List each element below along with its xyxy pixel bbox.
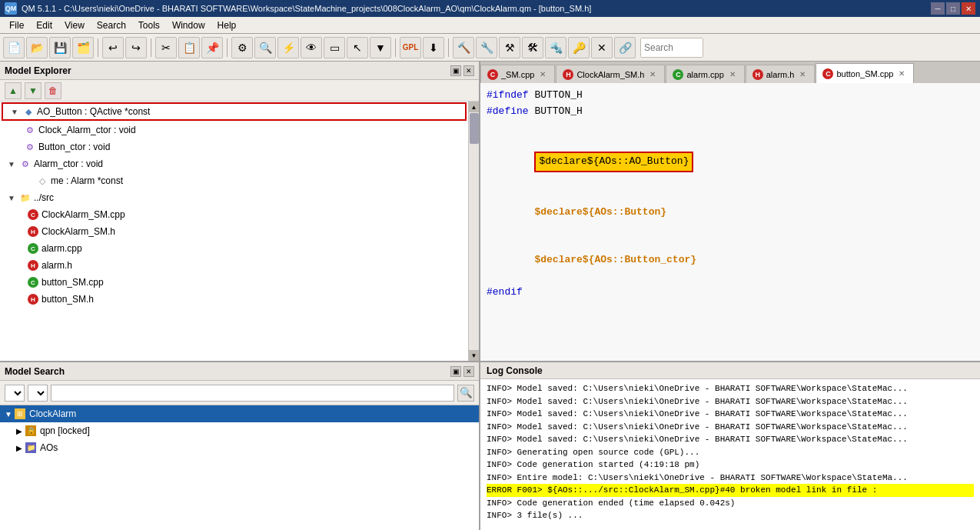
- window-title: QM 5.1.1 - C:\Users\nieki\OneDrive - BHA…: [22, 4, 926, 13]
- toolbar-search-group: [640, 38, 703, 58]
- toggle-src-folder[interactable]: ▼: [6, 192, 17, 203]
- model-explorer-panel: Model Explorer ▣ ✕ ▲ ▼ 🗑 ▼ ◆: [0, 62, 479, 361]
- expand-qpn[interactable]: ▶: [14, 425, 25, 436]
- tree-item-button-ctor[interactable]: ⚙ Button_ctor : void: [0, 138, 468, 155]
- tab-clockalarm-sm-h[interactable]: H ClockAlarm_SM.h ✕: [556, 65, 665, 83]
- toolbar-btn-5[interactable]: ⚙: [231, 37, 253, 58]
- icon-button-sm-cpp: C: [27, 276, 39, 288]
- tree-item-alarm-ctor[interactable]: ▼ ⚙ Alarm_ctor : void: [0, 155, 468, 172]
- toolbar-btn-17[interactable]: 🔩: [545, 37, 566, 58]
- tab-button-sm-h[interactable]: C button_SM.cpp ✕: [816, 63, 914, 83]
- label-button-sm-cpp: button_SM.cpp: [42, 277, 104, 288]
- close-search-button[interactable]: ✕: [463, 366, 474, 377]
- log-panel: Log Console INFO> Model saved: C:\Users\…: [480, 361, 980, 530]
- save-button[interactable]: 💾: [49, 37, 71, 58]
- search-type-dropdown[interactable]: [5, 385, 25, 402]
- delete-button[interactable]: 🗑: [45, 82, 61, 99]
- toolbar-btn-15[interactable]: ⚒: [499, 37, 520, 58]
- toolbar-btn-13[interactable]: 🔨: [453, 37, 474, 58]
- menu-edit[interactable]: Edit: [30, 17, 58, 33]
- save-all-button[interactable]: 🗂️: [72, 37, 94, 58]
- tab-alarm-cpp[interactable]: C alarm.cpp ✕: [666, 65, 744, 83]
- tab-alarm-h[interactable]: H alarm.h ✕: [746, 65, 816, 83]
- label-ao-button: AO_Button : QActive *const: [37, 106, 150, 117]
- tree-item-alarm-cpp[interactable]: C alarm.cpp: [0, 240, 468, 257]
- maximize-button[interactable]: □: [946, 2, 960, 15]
- float-search-button[interactable]: ▣: [450, 366, 461, 377]
- toolbar-btn-11[interactable]: ▼: [370, 37, 391, 58]
- tab-close-alarm-cpp[interactable]: ✕: [727, 69, 738, 80]
- expand-clockalarm[interactable]: ▼: [3, 408, 14, 419]
- tree-item-clockalarm-ctor[interactable]: ⚙ Clock_Alarm_ctor : void: [0, 122, 468, 138]
- copy-button[interactable]: 📋: [178, 37, 200, 58]
- toolbar-btn-9[interactable]: ▭: [324, 37, 345, 58]
- toolbar-btn-12[interactable]: ⬇: [423, 37, 444, 58]
- close-explorer-button[interactable]: ✕: [463, 65, 474, 76]
- tree-item-src-folder[interactable]: ▼ 📁 ../src: [0, 189, 468, 206]
- toolbar-btn-10[interactable]: ↖: [347, 37, 368, 58]
- code-line-1: #ifndef BUTTON_H: [487, 88, 974, 104]
- add-up-button[interactable]: ▲: [5, 82, 22, 99]
- search-input[interactable]: [51, 385, 454, 402]
- close-button[interactable]: ✕: [962, 2, 975, 15]
- scroll-down[interactable]: ▼: [469, 350, 479, 361]
- toolbar-btn-18[interactable]: 🔑: [568, 37, 590, 58]
- code-editor[interactable]: #ifndef BUTTON_H #define BUTTON_H $decla…: [480, 83, 980, 361]
- search-result-qpn[interactable]: ▶ 🔒 qpn [locked]: [0, 422, 479, 439]
- minimize-button[interactable]: ─: [931, 2, 945, 15]
- tree-item-ao-button[interactable]: ▼ ◆ AO_Button : QActive *const: [2, 102, 467, 121]
- float-button[interactable]: ▣: [450, 65, 461, 76]
- tree-item-me-alarm[interactable]: ◇ me : Alarm *const: [0, 172, 468, 189]
- scroll-thumb[interactable]: [470, 113, 479, 144]
- icon-alarm-ctor: ⚙: [19, 158, 32, 170]
- code-macro-2: $declare${AOs::Button_ctor}: [534, 254, 696, 265]
- toolbar-gpl[interactable]: GPL: [400, 37, 421, 58]
- menu-file[interactable]: File: [3, 17, 30, 33]
- add-down-button[interactable]: ▼: [25, 82, 42, 99]
- expand-aos[interactable]: ▶: [14, 442, 25, 453]
- tab-close-button-sm-h[interactable]: ✕: [896, 68, 907, 79]
- search-result-aos[interactable]: ▶ 📁 AOs: [0, 439, 479, 456]
- search-result-clockalarm[interactable]: ▼ ⊞ ClockAlarm: [0, 405, 479, 422]
- toolbar-search-input[interactable]: [641, 38, 703, 57]
- tab-label-alarm-h: alarm.h: [766, 70, 795, 79]
- tree-scrollbar[interactable]: ▲ ▼: [468, 102, 479, 361]
- search-go-button[interactable]: 🔍: [457, 385, 474, 402]
- tree-item-alarm-h[interactable]: H alarm.h: [0, 257, 468, 274]
- menu-view[interactable]: View: [58, 17, 91, 33]
- paste-button[interactable]: 📌: [201, 37, 223, 58]
- new-button[interactable]: 📄: [3, 37, 25, 58]
- search-sub-dropdown[interactable]: ▼: [28, 385, 48, 402]
- separator-2: [151, 38, 151, 57]
- toolbar-btn-6[interactable]: 🔍: [254, 37, 276, 58]
- toolbar-btn-19[interactable]: ✕: [591, 37, 613, 58]
- menu-window[interactable]: Window: [166, 17, 211, 33]
- toolbar-btn-7[interactable]: ⚡: [277, 37, 299, 58]
- toolbar-btn-16[interactable]: 🛠: [522, 37, 543, 58]
- toggle-alarm-ctor[interactable]: ▼: [6, 158, 17, 169]
- menu-help[interactable]: Help: [211, 17, 243, 33]
- menu-tools[interactable]: Tools: [132, 17, 166, 33]
- tab-close-sm-cpp[interactable]: ✕: [537, 69, 548, 80]
- menu-search[interactable]: Search: [91, 17, 132, 33]
- toolbar-btn-20[interactable]: 🔗: [614, 37, 636, 58]
- log-line-8: INFO> Entire model: C:\Users\nieki\OneDr…: [487, 472, 974, 485]
- toolbar-btn-14[interactable]: 🔧: [476, 37, 497, 58]
- tree-item-clockalarm-sm-cpp[interactable]: C ClockAlarm_SM.cpp: [0, 206, 468, 223]
- icon-clockalarm-sm-cpp: C: [27, 208, 39, 221]
- tab-sm-cpp[interactable]: C _SM.cpp ✕: [480, 65, 555, 83]
- header-controls: ▣ ✕: [450, 65, 474, 76]
- tree-item-button-sm-cpp[interactable]: C button_SM.cpp: [0, 274, 468, 291]
- undo-button[interactable]: ↩: [102, 37, 124, 58]
- tab-close-clockalarm-sm-h[interactable]: ✕: [647, 69, 658, 80]
- toolbar-btn-8[interactable]: 👁: [301, 37, 322, 58]
- tree-item-button-sm-h[interactable]: H button_SM.h: [0, 291, 468, 308]
- toggle-ao-button[interactable]: ▼: [9, 106, 20, 117]
- tree-item-clockalarm-sm-h[interactable]: H ClockAlarm_SM.h: [0, 223, 468, 240]
- cut-button[interactable]: ✂: [155, 37, 177, 58]
- redo-button[interactable]: ↪: [125, 37, 147, 58]
- tab-close-alarm-h[interactable]: ✕: [797, 69, 808, 80]
- model-search-panel: Model Search ▣ ✕ ▼ 🔍 ▼: [0, 361, 479, 530]
- open-button[interactable]: 📂: [26, 37, 48, 58]
- scroll-up[interactable]: ▲: [469, 102, 479, 112]
